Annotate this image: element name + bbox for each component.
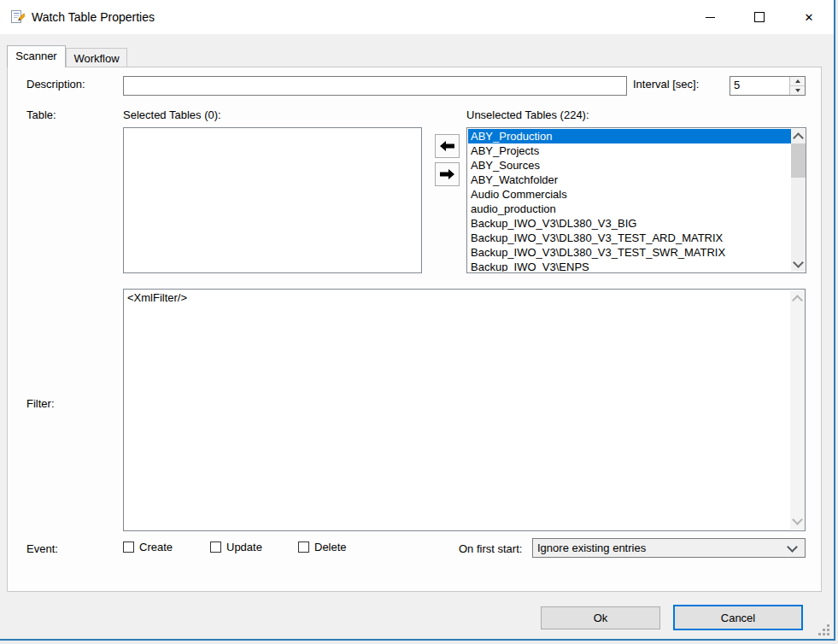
list-item[interactable]: Backup_IWO_V3\DL380_V3_BIG xyxy=(468,216,791,231)
update-checkbox-label: Update xyxy=(226,541,262,553)
unselected-tables-list[interactable]: ABY_ProductionABY_ProjectsABY_SourcesABY… xyxy=(466,127,806,273)
interval-spin-buttons xyxy=(789,77,805,95)
list-item[interactable]: ABY_Sources xyxy=(468,158,791,173)
filter-scrollbar[interactable] xyxy=(790,290,805,530)
interval-label: Interval [sec]: xyxy=(633,78,699,91)
filter-label: Filter: xyxy=(26,397,55,410)
checkbox-delete[interactable]: Delete xyxy=(298,541,347,553)
on-first-start-dropdown[interactable]: Ignore existing entries xyxy=(532,538,806,558)
window-controls: ✕ xyxy=(685,0,834,34)
arrow-left-icon xyxy=(440,141,454,151)
update-checkbox-box[interactable] xyxy=(210,542,221,553)
unselected-tables-label: Unselected Tables (224): xyxy=(466,108,589,121)
arrow-right-icon xyxy=(440,169,454,179)
tab-scanner[interactable]: Scanner xyxy=(7,45,66,67)
list-item[interactable]: audio_production xyxy=(468,202,791,216)
selected-tables-list[interactable] xyxy=(123,127,422,273)
cancel-button[interactable]: Cancel xyxy=(673,605,803,630)
list-item[interactable]: ABY_Projects xyxy=(468,143,791,158)
filter-value: <XmlFilter/> xyxy=(127,291,788,304)
dialog-window: Watch Table Properties ✕ Scanner Workflo… xyxy=(0,0,835,641)
scroll-down-icon[interactable] xyxy=(793,257,804,268)
maximize-icon xyxy=(754,12,765,22)
filter-scroll-up-icon[interactable] xyxy=(792,295,803,306)
scanner-tab-page: Description: Interval [sec]: 5 Table: Se… xyxy=(7,67,822,592)
event-label: Event: xyxy=(26,542,58,555)
unselected-tables-scrollbar[interactable] xyxy=(791,129,806,272)
ok-button[interactable]: Ok xyxy=(541,606,660,629)
minimize-icon xyxy=(706,17,715,18)
close-button[interactable]: ✕ xyxy=(784,0,834,34)
move-right-button[interactable] xyxy=(435,162,460,186)
resize-grip[interactable] xyxy=(827,633,829,635)
minimize-button[interactable] xyxy=(685,0,735,34)
list-item[interactable]: Backup_IWO_V3\ENPS xyxy=(468,260,791,272)
table-label: Table: xyxy=(26,108,56,121)
on-first-start-label: On first start: xyxy=(459,542,522,555)
list-item[interactable]: Audio Commercials xyxy=(468,187,791,202)
scroll-up-icon[interactable] xyxy=(793,132,804,143)
move-left-button[interactable] xyxy=(435,134,460,158)
description-label: Description: xyxy=(26,78,85,91)
spin-up-button[interactable] xyxy=(790,77,805,85)
create-checkbox-box[interactable] xyxy=(123,542,134,553)
create-checkbox-label: Create xyxy=(139,541,173,553)
spin-down-icon xyxy=(795,89,800,92)
list-item[interactable]: Backup_IWO_V3\DL380_V3_TEST_ARD_MATRIX xyxy=(468,231,791,245)
unselected-tables-items: ABY_ProductionABY_ProjectsABY_SourcesABY… xyxy=(468,129,791,272)
delete-checkbox-label: Delete xyxy=(314,541,347,553)
spin-up-icon xyxy=(795,79,800,83)
checkbox-update[interactable]: Update xyxy=(210,541,262,553)
window-title: Watch Table Properties xyxy=(32,10,155,24)
delete-checkbox-box[interactable] xyxy=(298,542,309,553)
title-bar: Watch Table Properties ✕ xyxy=(0,0,834,34)
interval-stepper[interactable]: 5 xyxy=(730,76,806,96)
close-icon: ✕ xyxy=(805,12,814,23)
filter-scroll-down-icon[interactable] xyxy=(792,514,803,525)
filter-textarea[interactable]: <XmlFilter/> xyxy=(123,289,806,531)
selected-tables-label: Selected Tables (0): xyxy=(123,108,221,121)
checkbox-create[interactable]: Create xyxy=(123,541,173,553)
scrollbar-thumb[interactable] xyxy=(791,143,806,178)
chevron-down-icon xyxy=(787,542,798,553)
tab-workflow[interactable]: Workflow xyxy=(66,48,127,67)
spin-down-button[interactable] xyxy=(790,85,805,95)
interval-value: 5 xyxy=(730,77,789,95)
list-item[interactable]: ABY_Production xyxy=(468,129,791,143)
on-first-start-value: Ignore existing entries xyxy=(533,542,788,554)
list-item[interactable]: ABY_Watchfolder xyxy=(468,173,791,187)
description-input[interactable] xyxy=(123,76,627,96)
list-item[interactable]: Backup_IWO_V3\DL380_V3_TEST_SWR_MATRIX xyxy=(468,245,791,260)
properties-icon xyxy=(9,9,25,25)
maximize-button[interactable] xyxy=(735,0,784,34)
